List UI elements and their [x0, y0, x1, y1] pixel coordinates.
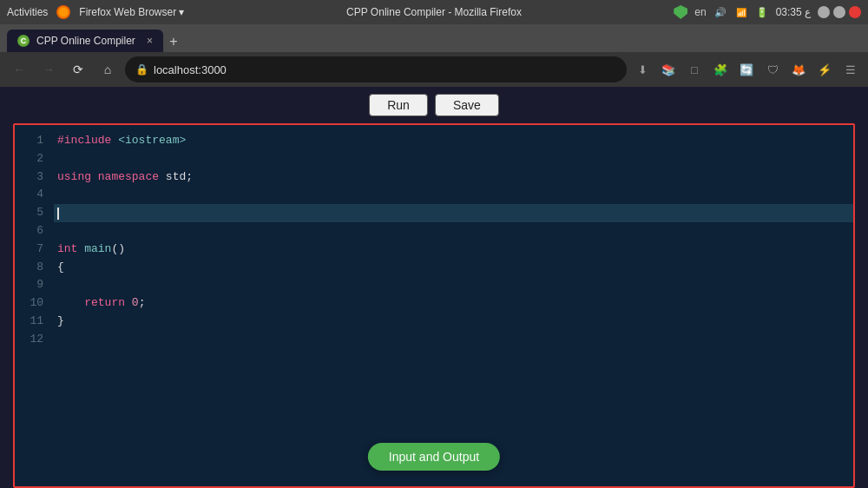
- menu-icon[interactable]: ☰: [840, 59, 861, 80]
- paren-open: (): [111, 241, 125, 259]
- url-display: localhost:3000: [154, 63, 616, 76]
- new-tab-button[interactable]: +: [163, 31, 184, 52]
- tab-close-button[interactable]: ×: [147, 35, 153, 47]
- clock: 03:35 ع: [776, 6, 811, 18]
- keyword-std: std;: [166, 168, 193, 187]
- code-toolbar: Run Save: [0, 87, 868, 123]
- line-num-2: 2: [15, 150, 43, 168]
- tab-favicon: C: [17, 35, 30, 47]
- nav-bar: ← → ⟳ ⌂ 🔒 localhost:3000 ⬇ 📚 □ 🧩 🔄 🛡 🦊 ⚡…: [0, 52, 868, 87]
- browser-menu-label[interactable]: Firefox Web Browser ▾: [79, 6, 184, 18]
- browser-titlebar: C CPP Online Compiler × +: [0, 24, 868, 52]
- line-num-9: 9: [15, 276, 43, 294]
- indent: [57, 294, 84, 313]
- bookmarks-icon[interactable]: 📚: [658, 59, 679, 80]
- header-iostream: <iostream>: [118, 132, 186, 150]
- line-numbers: 1 2 3 4 5 6 7 8 9 10 11 12: [15, 125, 54, 486]
- line-num-11: 11: [15, 313, 43, 331]
- code-line-7: int main(): [54, 241, 853, 259]
- network-icon[interactable]: 📶: [734, 5, 748, 19]
- line-num-4: 4: [15, 186, 43, 204]
- home-button[interactable]: ⌂: [95, 57, 120, 82]
- brace-close: }: [57, 313, 64, 331]
- keyword-int: int: [57, 241, 84, 259]
- volume-icon[interactable]: 🔊: [713, 5, 727, 19]
- back-button[interactable]: ←: [7, 57, 31, 82]
- save-button[interactable]: Save: [435, 94, 499, 116]
- tab-label: CPP Online Compiler: [36, 35, 140, 47]
- screenshot-icon[interactable]: □: [684, 59, 705, 80]
- text-cursor: [57, 208, 59, 220]
- code-line-11: }: [54, 313, 853, 331]
- sync-icon[interactable]: 🔄: [736, 59, 757, 80]
- code-line-5: [54, 204, 853, 222]
- func-main: main: [84, 241, 111, 259]
- run-button[interactable]: Run: [369, 94, 428, 116]
- reload-button[interactable]: ⟳: [66, 57, 90, 82]
- line-num-6: 6: [15, 222, 43, 241]
- semicolon: ;: [139, 294, 146, 313]
- io-button-container: Input and Output: [368, 443, 500, 471]
- win-close[interactable]: [849, 6, 861, 18]
- code-line-6: [54, 222, 853, 241]
- code-line-9: [54, 276, 853, 294]
- keyword-using: using namespace: [57, 168, 166, 187]
- code-content[interactable]: #include <iostream> using namespace std;: [54, 125, 853, 486]
- code-line-12: [54, 331, 853, 349]
- win-minimize[interactable]: [818, 6, 830, 18]
- code-editor[interactable]: 1 2 3 4 5 6 7 8 9 10 11 12 #include <ios…: [15, 125, 853, 486]
- line-num-10: 10: [15, 294, 43, 313]
- line-num-1: 1: [15, 132, 43, 150]
- editor-wrapper: 1 2 3 4 5 6 7 8 9 10 11 12 #include <ios…: [13, 123, 855, 488]
- code-line-1: #include <iostream>: [54, 132, 853, 150]
- line-num-12: 12: [15, 331, 43, 349]
- win-maximize[interactable]: [833, 6, 845, 18]
- line-num-7: 7: [15, 241, 43, 259]
- page-content: Run Save 1 2 3 4 5 6 7 8 9 10 11 12: [0, 87, 868, 488]
- brace-open: {: [57, 259, 64, 277]
- keyword-return: return: [84, 294, 132, 313]
- literal-zero: 0: [132, 294, 139, 313]
- lock-icon: 🔒: [135, 63, 148, 76]
- line-num-5: 5: [15, 204, 43, 222]
- os-topbar-left: Activities Firefox Web Browser ▾: [7, 5, 185, 19]
- activities-button[interactable]: Activities: [7, 6, 48, 18]
- firefox-icon: [56, 5, 70, 19]
- code-line-10: return 0;: [54, 294, 853, 313]
- shield-browser-icon[interactable]: 🛡: [762, 59, 783, 80]
- downloads-icon[interactable]: ⬇: [632, 59, 653, 80]
- active-tab[interactable]: C CPP Online Compiler ×: [7, 30, 163, 52]
- url-bar[interactable]: 🔒 localhost:3000: [125, 56, 627, 82]
- line-num-3: 3: [15, 168, 43, 187]
- window-controls: [818, 6, 861, 18]
- os-topbar: Activities Firefox Web Browser ▾ CPP Onl…: [0, 0, 868, 24]
- extensions-icon[interactable]: ⚡: [814, 59, 835, 80]
- nav-right-icons: ⬇ 📚 □ 🧩 🔄 🛡 🦊 ⚡ ☰: [632, 59, 861, 80]
- keyword-include: #include: [57, 132, 118, 150]
- code-line-2: [54, 150, 853, 168]
- window-title: CPP Online Compiler - Mozilla Firefox: [346, 6, 522, 18]
- code-line-8: {: [54, 259, 853, 277]
- code-line-3: using namespace std;: [54, 168, 853, 187]
- container-icon[interactable]: 🦊: [788, 59, 809, 80]
- tab-bar: C CPP Online Compiler × +: [7, 24, 861, 52]
- shield-icon: [674, 5, 687, 19]
- battery-icon[interactable]: 🔋: [755, 5, 769, 19]
- io-button[interactable]: Input and Output: [368, 443, 500, 471]
- lang-indicator: en: [694, 6, 706, 18]
- forward-button[interactable]: →: [36, 57, 61, 82]
- line-num-8: 8: [15, 259, 43, 277]
- code-line-4: [54, 186, 853, 204]
- addons-icon[interactable]: 🧩: [710, 59, 731, 80]
- os-tray: en 🔊 📶 🔋 03:35 ع: [674, 5, 861, 19]
